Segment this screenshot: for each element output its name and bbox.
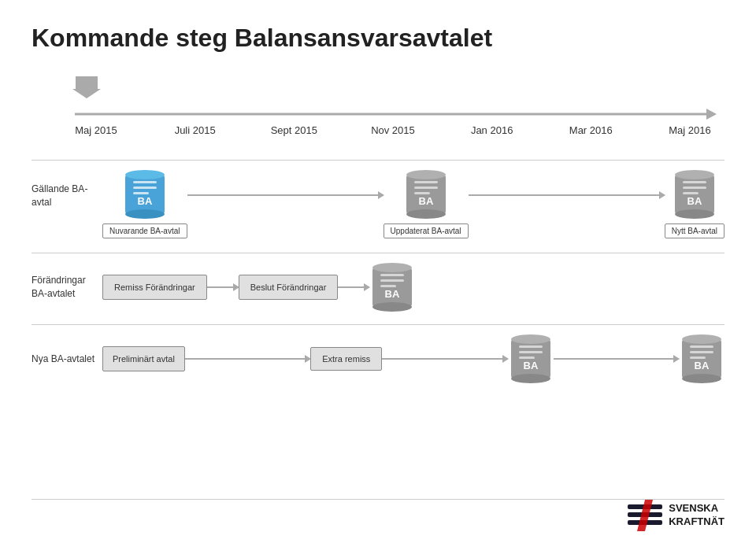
nya-label: Nya BA-avtalet [32, 353, 102, 366]
svg-rect-39 [690, 345, 713, 348]
bottom-separator [32, 499, 724, 500]
gallande-label: Gällande BA-avtal [32, 168, 102, 209]
nytt-ba-item: BA Nytt BA-avtal [665, 168, 724, 238]
uppdaterat-doc-icon: BA [403, 168, 449, 220]
svg-point-31 [511, 374, 550, 383]
svg-rect-6 [133, 192, 149, 194]
beslut-box: Beslut Förändringar [239, 275, 339, 300]
separator-1 [32, 160, 724, 161]
svg-point-37 [682, 334, 721, 344]
svg-rect-34 [519, 356, 535, 359]
svg-point-2 [125, 170, 165, 179]
logo-line1: SVENSKA [669, 502, 724, 515]
uppdaterat-label: Uppdaterat BA-avtal [384, 223, 469, 238]
svenska-kraftnat-logo-icon [628, 500, 662, 531]
svg-text:BA: BA [385, 288, 400, 300]
timeline-label-2: Juli 2015 [172, 124, 219, 136]
nuvarande-ba-item: BA Nuvarande BA-avtal [102, 168, 187, 238]
preliminart-box: Preliminärt avtal [102, 346, 185, 371]
forandringar-label: Förändringar BA-avtalet [32, 274, 102, 301]
nuvarande-label: Nuvarande BA-avtal [102, 223, 187, 238]
extra-remiss-box: Extra remiss [310, 347, 382, 371]
timeline-label-3: Sept 2015 [270, 124, 317, 136]
timeline-label-1: Maj 2015 [72, 124, 120, 136]
timeline: Maj 2015 Juli 2015 Sept 2015 Nov 2015 Ja… [32, 108, 724, 136]
svg-rect-11 [414, 181, 438, 183]
nuvarande-doc-icon: BA [122, 168, 168, 220]
svg-point-23 [372, 263, 412, 272]
svg-point-10 [406, 209, 446, 219]
svg-text:BA: BA [687, 195, 702, 207]
down-arrow-icon [72, 76, 101, 98]
svg-rect-19 [683, 187, 706, 189]
svg-point-17 [675, 209, 714, 219]
svg-text:BA: BA [418, 195, 433, 207]
svg-point-24 [372, 302, 412, 312]
svg-point-30 [511, 334, 550, 344]
svg-rect-4 [133, 181, 157, 183]
svg-rect-13 [414, 192, 430, 194]
timeline-label-4: Nov 2015 [369, 124, 417, 136]
logo-line2: KRAFTNÄT [669, 515, 724, 529]
nya-doc-2-icon: BA [679, 333, 724, 385]
svg-rect-41 [690, 356, 706, 359]
logo-text: SVENSKA KRAFTNÄT [669, 502, 724, 529]
forandringar-doc-icon: BA [369, 261, 415, 313]
svg-text:BA: BA [523, 360, 538, 371]
logo-area: SVENSKA KRAFTNÄT [628, 500, 724, 531]
svg-rect-18 [683, 181, 706, 183]
svg-rect-26 [380, 279, 404, 282]
svg-rect-25 [380, 274, 404, 276]
nya-doc-1-icon: BA [508, 333, 554, 385]
svg-point-9 [406, 170, 446, 179]
separator-2 [32, 253, 724, 253]
svg-rect-27 [380, 285, 396, 287]
page-title: Kommande steg Balansansvarsavtalet [32, 24, 724, 53]
svg-text:BA: BA [695, 360, 710, 371]
svg-text:BA: BA [137, 195, 152, 207]
remiss-box: Remiss Förändringar [102, 275, 207, 300]
svg-rect-12 [414, 187, 438, 189]
separator-3 [32, 324, 724, 325]
svg-rect-32 [519, 345, 543, 348]
nytt-label: Nytt BA-avtal [665, 223, 724, 238]
page: Kommande steg Balansansvarsavtalet Maj 2… [0, 0, 756, 543]
svg-marker-0 [72, 76, 101, 98]
svg-point-38 [682, 374, 721, 383]
nytt-doc-icon: BA [672, 168, 717, 220]
svg-rect-33 [519, 351, 543, 353]
svg-rect-20 [683, 192, 699, 194]
svg-point-16 [675, 170, 714, 179]
svg-rect-40 [690, 351, 713, 353]
timeline-label-6: Mar 2016 [567, 124, 614, 136]
svg-rect-5 [133, 187, 157, 189]
timeline-label-7: Maj 2016 [666, 124, 713, 136]
uppdaterat-ba-item: BA Uppdaterat BA-avtal [384, 168, 469, 238]
svg-point-3 [125, 209, 165, 219]
timeline-label-5: Jan 2016 [469, 124, 516, 136]
